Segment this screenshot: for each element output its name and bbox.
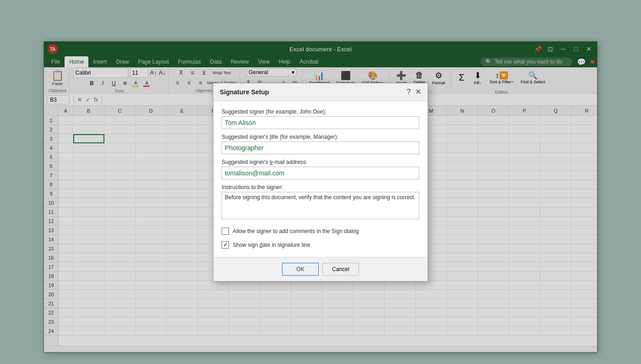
signer-input[interactable] xyxy=(222,116,419,129)
dialog-title-bar: Signature Setup ? ✕ xyxy=(213,83,428,101)
allow-comments-checkbox[interactable] xyxy=(222,228,229,235)
signer-title-label: Suggested signer's title (for example, M… xyxy=(222,134,419,140)
dialog-help-button[interactable]: ? xyxy=(407,88,411,96)
dialog-close-button[interactable]: ✕ xyxy=(415,88,421,96)
dialog-title: Signature Setup xyxy=(220,88,269,96)
signature-setup-dialog: Signature Setup ? ✕ Suggested signer (fo… xyxy=(213,83,428,282)
ok-button[interactable]: OK xyxy=(282,263,319,276)
show-sign-date-checkbox[interactable]: ✓ xyxy=(222,241,229,249)
show-sign-date-label: Show sign date in signature line xyxy=(233,242,310,248)
instructions-label: Instructions to the signer: xyxy=(222,184,419,190)
modal-overlay: Signature Setup ? ✕ Suggested signer (fo… xyxy=(0,0,641,364)
signer-label: Suggested signer (for example, John Doe)… xyxy=(222,109,419,115)
checkmark-icon: ✓ xyxy=(223,241,228,248)
instructions-textarea[interactable]: Before signing this document, verify tha… xyxy=(222,192,419,219)
dialog-controls: ? ✕ xyxy=(407,88,421,96)
signer-title-input[interactable] xyxy=(222,141,419,154)
dialog-footer: OK Cancel xyxy=(213,257,428,281)
title-field-group: Suggested signer's title (for example, M… xyxy=(222,134,419,154)
allow-comments-row: Allow the signer to add comments in the … xyxy=(222,228,419,235)
signer-field-group: Suggested signer (for example, John Doe)… xyxy=(222,109,419,129)
instructions-field-group: Instructions to the signer: Before signi… xyxy=(222,184,419,221)
cancel-button[interactable]: Cancel xyxy=(322,263,359,276)
email-field-group: Suggested signer's e-mail address: xyxy=(222,159,419,179)
allow-comments-label: Allow the signer to add comments in the … xyxy=(233,228,359,234)
dialog-body: Suggested signer (for example, John Doe)… xyxy=(213,101,428,257)
show-sign-date-row: ✓ Show sign date in signature line xyxy=(222,241,419,249)
email-label: Suggested signer's e-mail address: xyxy=(222,159,419,165)
email-input[interactable] xyxy=(222,167,419,179)
